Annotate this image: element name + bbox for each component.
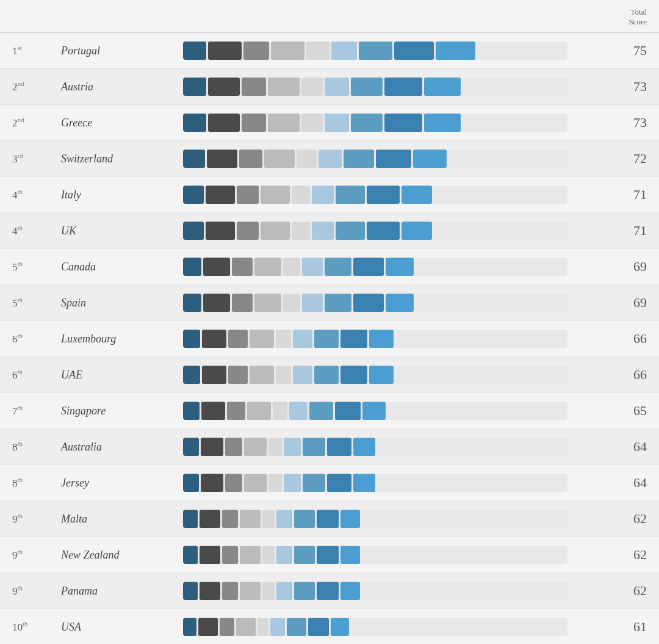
bar-segment xyxy=(183,582,198,600)
bar-segment xyxy=(386,258,414,276)
table-row: 3rd Switzerland 72 xyxy=(0,141,659,177)
table-body: 1st Portugal 75 2nd Austria 73 2nd Greec… xyxy=(0,33,659,644)
bar-segment xyxy=(261,222,290,240)
rank-cell: 6th xyxy=(12,332,61,346)
bar-segment xyxy=(369,330,394,348)
bar-track xyxy=(183,258,567,276)
table-row: 9th Malta 62 xyxy=(0,501,659,537)
score-cell: 71 xyxy=(598,187,647,203)
bar-segment xyxy=(250,330,274,348)
score-cell: 64 xyxy=(598,439,647,455)
table-row: 9th Panama 62 xyxy=(0,573,659,609)
table-row: 9th New Zealand 62 xyxy=(0,537,659,573)
bar-segment xyxy=(268,78,300,96)
table-row: 1st Portugal 75 xyxy=(0,33,659,69)
bar-segment xyxy=(376,150,411,168)
bar-segment xyxy=(203,258,230,276)
bar-segment xyxy=(261,186,290,204)
bar-track xyxy=(183,78,567,96)
score-cell: 66 xyxy=(598,367,647,383)
bar-segment xyxy=(240,546,261,564)
bar-segment xyxy=(242,114,266,132)
table-row: 4th Italy 71 xyxy=(0,177,659,213)
bar-segment xyxy=(325,114,349,132)
score-cell: 62 xyxy=(598,547,647,563)
bar-segment xyxy=(237,222,259,240)
bar-track xyxy=(183,114,567,132)
bar-track xyxy=(183,222,567,240)
country-cell: Canada xyxy=(61,261,183,273)
bar-segment xyxy=(262,546,275,564)
bar-cell xyxy=(183,399,598,422)
table-row: 8th Jersey 64 xyxy=(0,465,659,501)
rank-cell: 9th xyxy=(12,584,61,598)
bar-segment xyxy=(268,438,282,456)
bar-cell xyxy=(183,183,598,206)
bar-segment xyxy=(225,474,242,492)
country-cell: Portugal xyxy=(61,45,183,57)
bar-segment xyxy=(244,474,267,492)
bar-segment xyxy=(283,294,300,312)
bar-segment xyxy=(394,42,434,60)
country-cell: Greece xyxy=(61,117,183,129)
bar-segment xyxy=(202,366,226,384)
bar-segment xyxy=(183,330,200,348)
rank-cell: 3rd xyxy=(12,152,61,165)
bar-segment xyxy=(312,222,334,240)
bar-segment xyxy=(325,294,351,312)
bar-segment xyxy=(262,510,275,528)
bar-segment xyxy=(244,438,267,456)
bar-segment xyxy=(257,618,268,636)
bar-segment xyxy=(237,186,259,204)
bar-segment xyxy=(351,114,383,132)
bar-segment xyxy=(362,402,386,420)
bar-segment xyxy=(319,150,342,168)
bar-segment xyxy=(201,402,225,420)
bar-segment xyxy=(294,582,315,600)
bar-segment xyxy=(351,78,383,96)
rank-cell: 4th xyxy=(12,188,61,201)
score-cell: 75 xyxy=(598,43,647,59)
bar-segment xyxy=(206,222,235,240)
rankings-table: TotalScore 1st Portugal 75 2nd Austria 7… xyxy=(0,0,659,644)
bar-segment xyxy=(183,618,196,636)
bar-segment xyxy=(402,186,432,204)
bar-segment xyxy=(222,546,238,564)
bar-cell xyxy=(183,615,598,639)
country-cell: Austria xyxy=(61,81,183,93)
table-row: 8th Australia 64 xyxy=(0,429,659,465)
bar-segment xyxy=(200,510,220,528)
bar-segment xyxy=(301,78,323,96)
bar-segment xyxy=(353,294,384,312)
country-cell: USA xyxy=(61,621,183,634)
score-cell: 65 xyxy=(598,403,647,419)
bar-segment xyxy=(227,402,245,420)
bar-segment xyxy=(306,42,330,60)
bar-cell xyxy=(183,111,598,134)
country-cell: Malta xyxy=(61,513,183,526)
bar-track xyxy=(183,474,567,492)
table-row: 10th USA 61 xyxy=(0,609,659,644)
table-header: TotalScore xyxy=(0,0,659,33)
bar-segment xyxy=(243,42,269,60)
bar-segment xyxy=(297,150,317,168)
rank-cell: 1st xyxy=(12,44,61,57)
bar-segment xyxy=(327,474,351,492)
bar-segment xyxy=(287,618,306,636)
bar-segment xyxy=(232,294,253,312)
bar-segment xyxy=(340,366,367,384)
country-cell: UK xyxy=(61,225,183,237)
bar-segment xyxy=(289,402,308,420)
country-cell: UAE xyxy=(61,369,183,382)
bar-segment xyxy=(183,42,206,60)
country-cell: Luxembourg xyxy=(61,333,183,346)
bar-segment xyxy=(384,78,422,96)
table-row: 5th Spain 69 xyxy=(0,285,659,321)
bar-segment xyxy=(292,186,310,204)
rank-cell: 10th xyxy=(12,620,61,634)
bar-segment xyxy=(309,402,333,420)
bar-cell xyxy=(183,471,598,494)
bar-segment xyxy=(250,366,274,384)
bar-segment xyxy=(293,330,312,348)
bar-segment xyxy=(183,438,199,456)
